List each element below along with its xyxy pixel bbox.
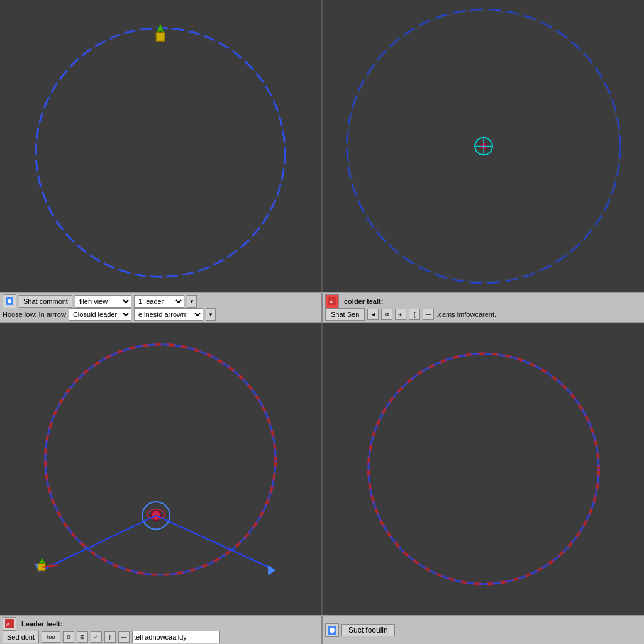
svg-line-21 [156,516,275,570]
bottom-toolbars: A Leader teelt: Sed dont too ⧉ ⊞ ✓ [ — [0,615,644,644]
leader-select[interactable]: 1: eader [134,295,184,308]
viewport-bottom-right[interactable] [323,323,644,615]
bottom-right-row-1: Suct fooulin [325,617,641,643]
toolbar-right-panel: A colder tealt: Shat Sen ◄ ⧉ ⊞ [ — .cams… [323,293,644,322]
bottom-toolbar-left: A Leader teelt: Sed dont too ⧉ ⊞ ✓ [ — [0,616,323,644]
svg-point-14 [45,345,275,575]
toolbar-right-row-2: Shat Sen ◄ ⧉ ⊞ [ — .cams lmfowcarent. [325,308,641,321]
closuld-leader-select[interactable]: Closuld leader [69,308,131,321]
copy-icon[interactable]: ⧉ [381,309,392,320]
bottom-left-row-2: Sed dont too ⧉ ⊞ ✓ [ — [3,631,319,643]
shat-commont-button[interactable]: Shat commont [19,295,72,308]
dash-icon[interactable]: — [423,309,434,320]
leader-select-wrapper: 1: eader [134,295,184,308]
svg-line-19 [39,516,156,572]
toolbar-icon-left[interactable] [3,294,16,308]
toolbar-icon-right[interactable]: A [325,294,339,308]
viewport-top-right[interactable] [323,0,644,292]
bottom-bracket-icon[interactable]: [ [104,631,116,643]
svg-marker-22 [268,565,275,575]
too-icon[interactable]: too [42,631,60,643]
arrow-left-icon[interactable]: ◄ [367,309,379,320]
suct-fooulin-button[interactable]: Suct fooulin [341,624,395,636]
svg-point-11 [8,299,11,303]
bottom-left-row-1: A Leader teelt: [3,617,319,631]
inestd-arrow-select[interactable]: e inestd arrowrr [134,308,203,321]
bottom-viewports-row [0,323,644,615]
cams-info-text: .cams lmfowcarent. [436,311,496,318]
bottom-copy-icon[interactable]: ⧉ [63,631,74,643]
filen-view-wrapper: filen view [75,295,131,308]
leader-teelt-title: Leader teelt: [19,619,65,629]
suct-icon[interactable] [325,623,339,637]
inestd-arrow-wrapper: e inestd arrowrr [134,308,203,321]
tell-adnow-input[interactable] [132,631,220,643]
filen-view-select[interactable]: filen view [75,295,131,308]
bottom-check-icon[interactable]: ✓ [91,631,102,643]
toolbar-left-panel: Shat commont filen view 1: eader ▼ Hoose… [0,293,323,322]
leader-teelt-icon[interactable]: A [3,617,16,631]
bottom-toolbar-right: Suct fooulin [323,616,644,644]
svg-text:A: A [6,621,10,627]
toolbar-row-1: Shat commont filen view 1: eader ▼ [3,294,319,308]
select-arrow-2-icon[interactable]: ▼ [206,308,216,321]
middle-toolbar: Shat commont filen view 1: eader ▼ Hoose… [0,292,644,323]
hoose-low-label: Hoose low: In arrrow [3,311,66,318]
toolbar-right-row-1: A colder tealt: [325,294,641,308]
select-arrow-icon[interactable]: ▼ [187,295,197,308]
viewport-top-left[interactable] [0,0,321,292]
top-viewports-row [0,0,644,292]
svg-text:A: A [330,299,333,304]
svg-rect-3 [156,32,165,41]
colder-tealt-title: colder tealt: [341,296,386,306]
svg-point-0 [36,28,285,277]
bottom-dash-icon[interactable]: — [118,631,130,643]
svg-point-26 [369,353,599,584]
grid-icon[interactable]: ⊞ [395,309,406,320]
bracket-icon[interactable]: [ [409,309,420,320]
sed-dont-button[interactable]: Sed dont [3,631,39,643]
viewport-bottom-left[interactable] [0,323,321,615]
svg-point-31 [330,628,335,633]
toolbar-row-2: Hoose low: In arrrow Closuld leader e in… [3,308,319,321]
main-container: Shat commont filen view 1: eader ▼ Hoose… [0,0,644,644]
bottom-grid-icon[interactable]: ⊞ [77,631,88,643]
shat-sen-button[interactable]: Shat Sen [325,308,365,321]
svg-point-1 [36,28,285,277]
closuld-leader-wrapper: Closuld leader [69,308,131,321]
